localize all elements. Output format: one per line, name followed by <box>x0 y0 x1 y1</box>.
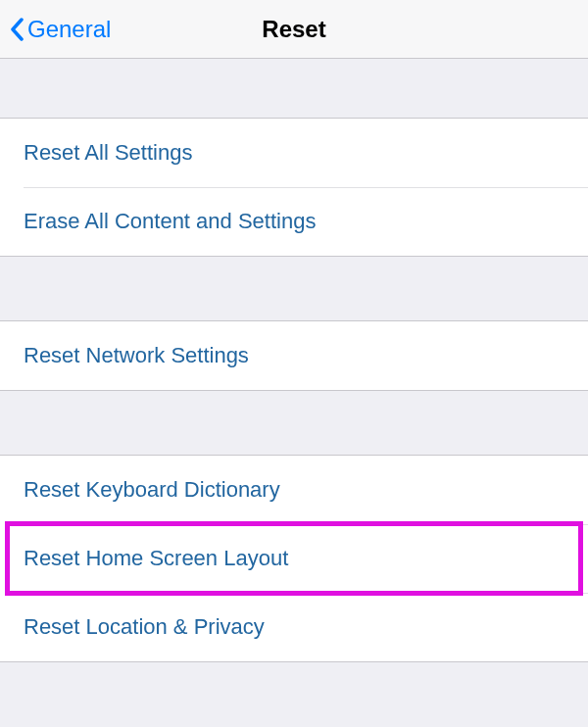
row-reset-network[interactable]: Reset Network Settings <box>0 321 588 390</box>
chevron-left-icon <box>10 18 24 41</box>
back-label: General <box>27 16 111 43</box>
row-label: Reset Location & Privacy <box>24 614 265 639</box>
group-spacer <box>0 391 588 455</box>
highlight-wrap: Reset Home Screen Layout <box>0 524 588 593</box>
row-label: Reset Home Screen Layout <box>24 546 288 570</box>
row-reset-all-settings[interactable]: Reset All Settings <box>0 119 588 187</box>
row-label: Reset Network Settings <box>24 343 249 367</box>
list-group-1: Reset Network Settings <box>0 320 588 391</box>
row-label: Reset Keyboard Dictionary <box>24 477 280 502</box>
row-reset-location-privacy[interactable]: Reset Location & Privacy <box>0 593 588 661</box>
row-label: Reset All Settings <box>24 140 192 165</box>
list-group-0: Reset All Settings Erase All Content and… <box>0 118 588 257</box>
row-label: Erase All Content and Settings <box>24 209 316 233</box>
group-spacer <box>0 59 588 118</box>
row-reset-keyboard-dictionary[interactable]: Reset Keyboard Dictionary <box>0 456 588 524</box>
navbar: General Reset <box>0 0 588 59</box>
back-button[interactable]: General <box>0 16 111 43</box>
row-reset-home-screen-layout[interactable]: Reset Home Screen Layout <box>0 524 588 593</box>
list-group-2: Reset Keyboard Dictionary Reset Home Scr… <box>0 455 588 662</box>
group-spacer <box>0 257 588 320</box>
row-erase-all-content[interactable]: Erase All Content and Settings <box>0 187 588 256</box>
page-title: Reset <box>262 16 325 43</box>
